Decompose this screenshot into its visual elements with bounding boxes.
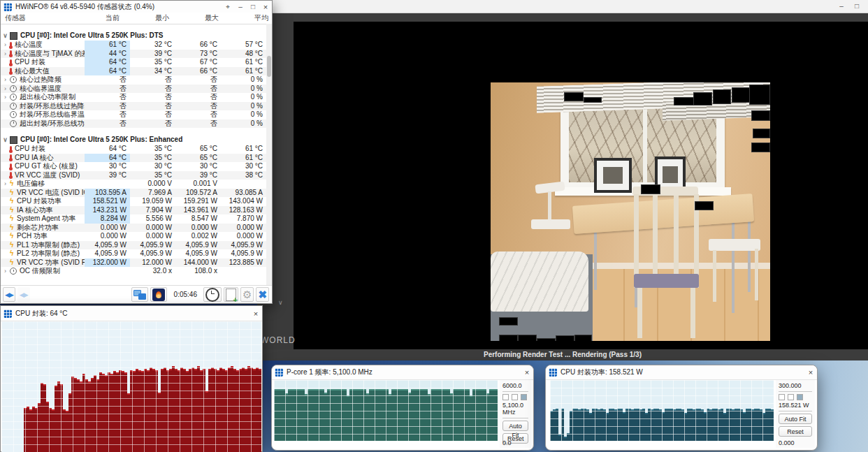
column-header[interactable]: 最小 — [123, 13, 173, 23]
chevron-right-icon[interactable]: › — [1, 75, 10, 85]
sensor-min: 35 °C — [130, 154, 175, 163]
sensor-label: 核心临界温度 — [20, 85, 85, 94]
temp-graph-window: CPU 封装: 64 °C × — [0, 305, 263, 452]
cpu-stress-button[interactable] — [150, 287, 167, 302]
minimize-icon[interactable]: – — [234, 3, 247, 10]
sensor-max: 39 °C — [175, 171, 221, 180]
graph-option-checkbox[interactable] — [521, 394, 527, 400]
chevron-right-icon[interactable]: › — [1, 267, 10, 276]
auto-fit-button[interactable]: Auto Fit — [502, 421, 528, 431]
chevron-right-icon[interactable]: › — [1, 50, 10, 59]
throttle-clock-icon — [10, 111, 17, 118]
clock-button[interactable] — [203, 287, 222, 302]
column-header[interactable]: 平均 — [222, 13, 272, 23]
photo-chair-right-leg — [713, 250, 716, 302]
hwinfo-titlebar[interactable]: HWiNFO® 64 v8.45-5940 传感器状态 (0.4%) ⌖ – □… — [1, 1, 272, 13]
chevron-right-icon[interactable]: › — [1, 85, 10, 94]
render-canvas — [294, 22, 868, 349]
sensor-group-header[interactable]: ∨CPU [#0]: Intel Core Ultra 5 250K Plus:… — [1, 31, 266, 41]
chevron-down-icon[interactable]: ∨ — [1, 136, 10, 145]
sensor-row[interactable]: ϟPL2 功率限制 (静态)4,095.9 W4,095.9 W4,095.9 … — [1, 249, 266, 258]
navigate-arrows-button[interactable]: ◀▶ — [3, 287, 15, 302]
freq-graph-window: P-core 1 频率: 5,100.0 MHz × 6000.0 5,100.… — [271, 365, 534, 451]
sensor-row[interactable]: CPU GT 核心 (核显)30 °C30 °C30 °C30 °C — [1, 162, 266, 171]
sensor-row[interactable]: ϟIA 核心功率143.231 W7.904 W143.961 W128.163… — [1, 206, 266, 215]
sensor-row[interactable]: ϟPL1 功率限制 (静态)4,095.9 W4,095.9 W4,095.9 … — [1, 241, 266, 250]
reset-button[interactable]: Reset — [779, 426, 812, 437]
sensor-label: VR VCC 功率 (SVID POUT) — [17, 258, 85, 268]
group-label: CPU [#0]: Intel Core Ultra 5 250K Plus: … — [20, 136, 266, 145]
chevron-down-icon[interactable]: ∨ — [1, 31, 10, 41]
column-header[interactable]: 传感器 — [1, 13, 84, 23]
sensor-row[interactable]: ϟ剩余芯片功率0.000 W0.000 W0.000 W0.000 W — [1, 224, 266, 233]
power-graph-titlebar[interactable]: CPU 封装功率: 158.521 W × — [546, 365, 817, 380]
photo-chair-right-seat — [709, 239, 760, 251]
render-status-bar: Performing Render Test ... Rendering (Pa… — [257, 349, 868, 360]
graph-option-checkbox[interactable] — [779, 394, 785, 400]
sensor-row[interactable]: ›核心过热降频否否否0 % — [1, 75, 266, 85]
sensor-row[interactable]: ›ϟ电压偏移0.000 V0.001 V — [1, 180, 266, 189]
settings-button[interactable]: ⚙ — [240, 287, 254, 302]
sensor-row[interactable]: ›超出核心功率限制否否否0 % — [1, 93, 266, 102]
pin-icon[interactable]: ⌖ — [222, 3, 234, 11]
close-sensors-button[interactable]: ✖ — [256, 287, 269, 302]
sensor-row[interactable]: CPU IA 核心64 °C35 °C65 °C61 °C — [1, 154, 266, 163]
column-header[interactable]: 最大 — [173, 13, 222, 23]
close-icon[interactable]: × — [259, 3, 272, 11]
sensor-row[interactable]: 核心最大值64 °C34 °C66 °C61 °C — [1, 67, 266, 76]
graph-option-checkbox[interactable] — [797, 394, 803, 400]
sensor-row[interactable]: ϟPCH 功率0.000 W0.000 W0.002 W0.000 W — [1, 232, 266, 241]
sensor-row[interactable]: ›OC 倍频限制32.0 x108.0 x — [1, 267, 266, 276]
sensor-min: 否 — [130, 93, 175, 102]
graph-option-checkbox[interactable] — [512, 394, 518, 400]
sensor-row[interactable]: CPU 封装64 °C35 °C67 °C61 °C — [1, 58, 266, 67]
sensor-row[interactable]: ϟSystem Agent 功率8.284 W5.556 W8.547 W7.8… — [1, 214, 266, 224]
auto-fit-button[interactable]: Auto Fit — [779, 414, 812, 424]
sensor-group-header[interactable]: ∨CPU [#0]: Intel Core Ultra 5 250K Plus:… — [1, 136, 266, 145]
chevron-right-icon[interactable]: › — [1, 93, 10, 102]
sensor-row[interactable]: ›核心温度与 TjMAX 的差值44 °C39 °C73 °C48 °C — [1, 50, 266, 59]
remote-sensors-button[interactable] — [131, 287, 148, 302]
sensor-row[interactable]: 封装/环形总线临界温度否否否0 % — [1, 110, 266, 119]
maximize-icon[interactable]: □ — [851, 1, 862, 11]
maximize-icon[interactable]: □ — [247, 3, 259, 10]
sensor-avg: 93.085 A — [221, 189, 266, 198]
close-icon[interactable]: × — [249, 309, 262, 318]
render-preview-photo — [491, 82, 770, 341]
sensor-max: 65 °C — [175, 154, 221, 163]
graph-option-checkbox[interactable] — [502, 394, 509, 400]
sensor-row[interactable]: ϟCPU 封装功率158.521 W19.059 W159.291 W143.0… — [1, 197, 266, 206]
temp-graph-titlebar[interactable]: CPU 封装: 64 °C × — [1, 306, 262, 321]
close-icon[interactable]: × — [521, 368, 533, 377]
graph-option-checkbox[interactable] — [788, 394, 794, 400]
sensor-row[interactable]: ϟVR VCC 功率 (SVID POUT)132.000 W12.000 W1… — [1, 258, 266, 268]
sensor-min: 否 — [130, 75, 175, 85]
render-bucket — [713, 89, 731, 104]
sensor-row[interactable]: 封装/环形总线过热降频否否否0 % — [1, 102, 266, 111]
scrollbar-thumb[interactable] — [267, 56, 271, 77]
report-button[interactable] — [224, 287, 238, 302]
thermometer-icon — [10, 68, 12, 74]
chevron-down-icon[interactable]: ∨ — [278, 299, 283, 306]
render-app-titlebar[interactable]: – □ — [257, 0, 868, 13]
sensor-min: 4,095.9 W — [130, 241, 175, 250]
freq-graph-titlebar[interactable]: P-core 1 频率: 5,100.0 MHz × — [272, 365, 533, 380]
chevron-right-icon[interactable]: › — [1, 41, 10, 50]
sensor-row[interactable]: CPU 封装64 °C35 °C65 °C61 °C — [1, 145, 266, 154]
sensor-row[interactable]: ϟVR VCC 电流 (SVID IOUT)103.595 A7.969 A10… — [1, 189, 266, 198]
sensor-avg: 0 % — [221, 75, 266, 85]
sensor-label: CPU 封装 — [15, 58, 85, 67]
minimize-icon[interactable]: – — [836, 1, 847, 11]
render-bucket — [564, 92, 584, 101]
sensor-avg: 48 °C — [221, 50, 266, 59]
sensor-current: 否 — [85, 119, 130, 129]
close-icon[interactable]: × — [804, 368, 817, 377]
chevron-right-icon[interactable]: › — [1, 180, 10, 189]
cpu-chip-icon — [10, 136, 17, 144]
column-header[interactable]: 当前 — [84, 13, 123, 23]
sensor-row[interactable]: 超出封装/环形总线功率限制否否否0 % — [1, 119, 266, 129]
scrollbar[interactable] — [266, 24, 272, 286]
sensor-row[interactable]: ›核心温度61 °C32 °C66 °C57 °C — [1, 41, 266, 50]
sensor-row[interactable]: ›核心临界温度否否否0 % — [1, 85, 266, 94]
sensor-row[interactable]: VR VCC 温度 (SVID)39 °C35 °C39 °C38 °C — [1, 171, 266, 180]
